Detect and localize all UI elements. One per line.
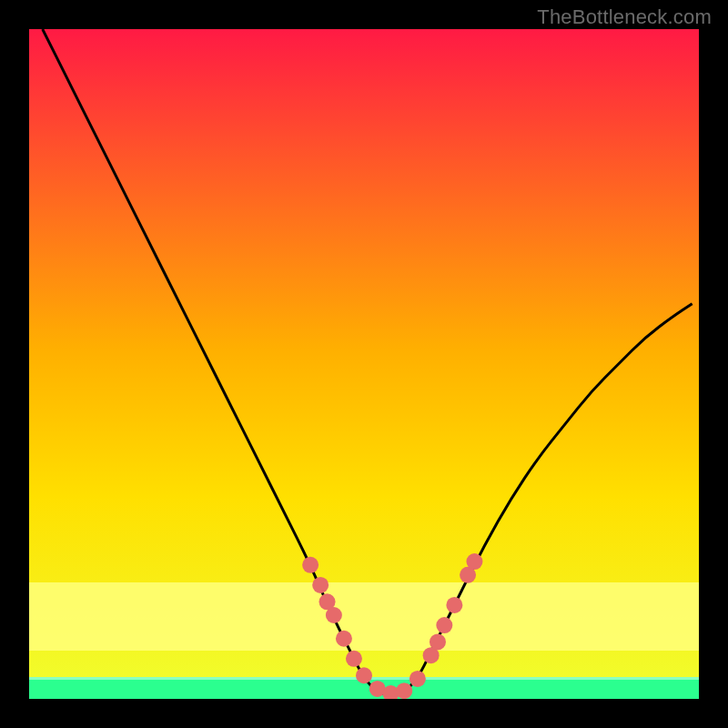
marker-dot: [326, 607, 342, 623]
bottleneck-chart: [0, 0, 728, 728]
highlight-band: [29, 582, 699, 651]
marker-dot: [436, 617, 452, 633]
marker-dot: [446, 597, 462, 613]
watermark: TheBottleneck.com: [537, 5, 712, 29]
marker-dot: [336, 631, 352, 647]
marker-dot: [410, 671, 426, 687]
marker-dot: [312, 577, 329, 593]
chart-container: TheBottleneck.com { "watermark": "TheBot…: [0, 0, 728, 728]
marker-dot: [346, 651, 362, 667]
marker-dot: [356, 667, 372, 683]
marker-dot: [302, 557, 318, 573]
marker-dot: [430, 633, 446, 650]
marker-dot: [396, 682, 412, 699]
marker-dot: [466, 553, 482, 570]
